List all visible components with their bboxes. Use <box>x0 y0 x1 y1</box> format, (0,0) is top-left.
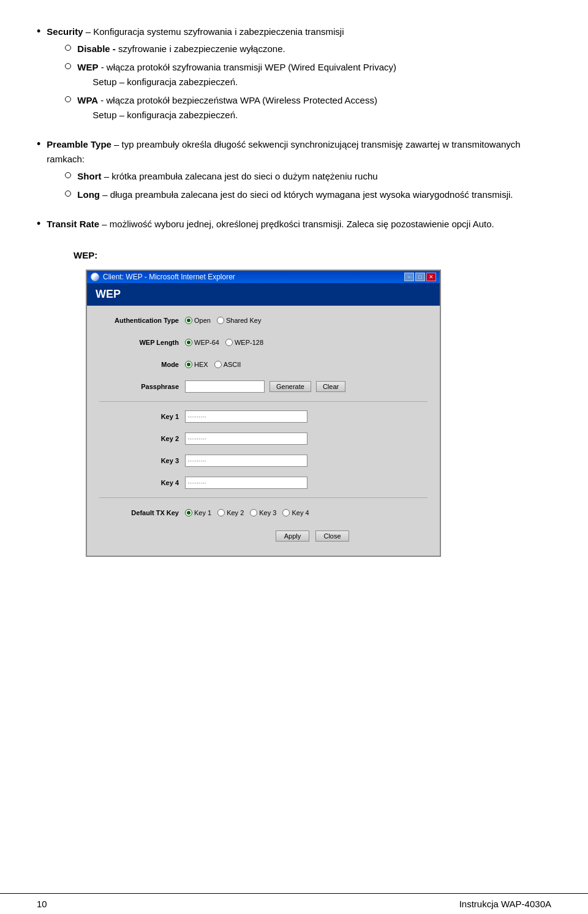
security-label: Security <box>47 26 83 37</box>
key4-tx-radio[interactable] <box>282 509 290 516</box>
restore-button[interactable]: □ <box>415 273 425 281</box>
page-footer: 10 Instrukcja WAP-4030A <box>0 893 588 914</box>
key4-input[interactable] <box>185 477 307 489</box>
ie-icon <box>91 273 99 281</box>
disable-text: Disable - szyfrowanie i zabezpieczenie w… <box>77 42 285 56</box>
key3-input[interactable] <box>185 455 307 467</box>
long-text: Long – długa preambuła zalecana jest do … <box>77 187 513 202</box>
security-section: • Security – Konfiguracja systemu szyfro… <box>37 25 551 126</box>
key3-tx-radio[interactable] <box>250 509 257 516</box>
preamble-label: Preamble Type <box>47 139 111 149</box>
ascii-option[interactable]: ASCII <box>214 361 241 368</box>
key1-tx-label: Key 1 <box>194 509 211 516</box>
wep128-option[interactable]: WEP-128 <box>225 339 263 346</box>
wep64-radio[interactable] <box>185 339 192 346</box>
browser-titlebar: Client: WEP - Microsoft Internet Explore… <box>87 271 440 283</box>
titlebar-buttons: − □ ✕ <box>404 273 436 281</box>
key2-input[interactable] <box>185 432 307 445</box>
action-buttons: Apply Close <box>276 531 349 542</box>
bullet-dot: • <box>37 25 40 38</box>
key4-tx-label: Key 4 <box>292 509 309 516</box>
sub-circle-icon <box>65 63 71 69</box>
preamble-text: Preamble Type – typ preambuły określa dł… <box>47 137 551 206</box>
close-form-button[interactable]: Close <box>315 531 349 542</box>
sub-circle-icon <box>65 96 71 102</box>
wep-length-controls: WEP-64 WEP-128 <box>185 339 440 346</box>
transit-section: • Transit Rate – możliwość wyboru jednej… <box>37 217 551 232</box>
default-tx-label: Default TX Key <box>87 509 185 516</box>
key2-label: Key 2 <box>87 435 185 442</box>
key3-label: Key 3 <box>87 457 185 464</box>
sub-circle-icon <box>65 191 71 197</box>
key4-controls <box>185 477 440 489</box>
browser-title: Client: WEP - Microsoft Internet Explore… <box>103 273 235 281</box>
hex-option[interactable]: HEX <box>185 361 208 368</box>
minimize-button[interactable]: − <box>404 273 414 281</box>
preamble-section: • Preamble Type – typ preambuły określa … <box>37 137 551 206</box>
clear-button[interactable]: Clear <box>316 381 345 392</box>
key1-tx-radio[interactable] <box>185 509 192 516</box>
wep128-radio[interactable] <box>225 339 233 346</box>
wpa-item: WPA - włącza protokół bezpieczeństwa WPA… <box>65 93 551 123</box>
preamble-desc: – typ preambuły określa długość sekwencj… <box>47 139 520 164</box>
key4-row: Key 4 <box>87 474 440 491</box>
auth-type-label: Authentication Type <box>87 317 185 324</box>
key4-label: Key 4 <box>87 479 185 486</box>
wpa-text: WPA - włącza protokół bezpieczeństwa WPA… <box>77 93 377 123</box>
disable-item: Disable - szyfrowanie i zabezpieczenie w… <box>65 42 551 56</box>
sub-circle-icon <box>65 45 71 51</box>
ascii-label: ASCII <box>224 361 241 368</box>
close-window-button[interactable]: ✕ <box>426 273 436 281</box>
auth-sharedkey-option[interactable]: Shared Key <box>217 317 261 324</box>
key3-row: Key 3 <box>87 452 440 469</box>
short-item: Short – krótka preambuła zalecana jest d… <box>65 169 551 184</box>
wep128-label: WEP-128 <box>235 339 263 346</box>
wep-item: WEP - włącza protokół szyfrowania transm… <box>65 60 551 89</box>
titlebar-left: Client: WEP - Microsoft Internet Explore… <box>91 273 235 281</box>
sub-circle-icon <box>65 172 71 178</box>
bullet-dot-2: • <box>37 138 40 151</box>
footer-title: Instrukcja WAP-4030A <box>459 899 551 909</box>
wep-length-row: WEP Length WEP-64 WEP-128 <box>87 334 440 351</box>
key3-tx-option[interactable]: Key 3 <box>250 509 276 516</box>
auth-type-controls: Open Shared Key <box>185 317 440 324</box>
security-text: Security – Konfiguracja systemu szyfrowa… <box>47 25 551 126</box>
default-tx-row: Default TX Key Key 1 Key 2 Key 3 <box>87 504 440 521</box>
transit-label: Transit Rate <box>47 219 99 229</box>
key2-tx-radio[interactable] <box>217 509 225 516</box>
transit-desc: – możliwość wyboru jednej, określonej pr… <box>99 219 494 229</box>
action-buttons-row: Apply Close <box>87 527 440 545</box>
key1-input[interactable] <box>185 410 307 423</box>
wep64-option[interactable]: WEP-64 <box>185 339 219 346</box>
key1-controls <box>185 410 440 423</box>
browser-body: WEP Authentication Type Open Shared Key <box>87 283 440 556</box>
auth-sharedkey-radio[interactable] <box>217 317 224 324</box>
key2-row: Key 2 <box>87 430 440 447</box>
passphrase-row: Passphrase Generate Clear <box>87 378 440 395</box>
key4-tx-option[interactable]: Key 4 <box>282 509 309 516</box>
divider2 <box>99 497 428 498</box>
key2-tx-label: Key 2 <box>227 509 244 516</box>
passphrase-input[interactable] <box>185 380 265 393</box>
passphrase-label: Passphrase <box>87 383 185 390</box>
apply-button[interactable]: Apply <box>276 531 309 542</box>
wep-text: WEP - włącza protokół szyfrowania transm… <box>77 60 396 89</box>
transit-text: Transit Rate – możliwość wyboru jednej, … <box>47 217 551 232</box>
auth-open-radio[interactable] <box>185 317 192 324</box>
hex-radio[interactable] <box>185 361 192 368</box>
key1-row: Key 1 <box>87 408 440 425</box>
generate-button[interactable]: Generate <box>270 381 311 392</box>
wep-section-label: WEP: <box>74 250 551 260</box>
auth-open-option[interactable]: Open <box>185 317 211 324</box>
mode-row: Mode HEX ASCII <box>87 356 440 373</box>
wep64-label: WEP-64 <box>194 339 219 346</box>
wep-length-label: WEP Length <box>87 339 185 346</box>
key1-tx-option[interactable]: Key 1 <box>185 509 211 516</box>
mode-controls: HEX ASCII <box>185 361 440 368</box>
ascii-radio[interactable] <box>214 361 222 368</box>
key2-tx-option[interactable]: Key 2 <box>217 509 244 516</box>
hex-label: HEX <box>194 361 208 368</box>
page-number: 10 <box>37 899 47 909</box>
key3-controls <box>185 455 440 467</box>
browser-window: Client: WEP - Microsoft Internet Explore… <box>86 270 441 557</box>
